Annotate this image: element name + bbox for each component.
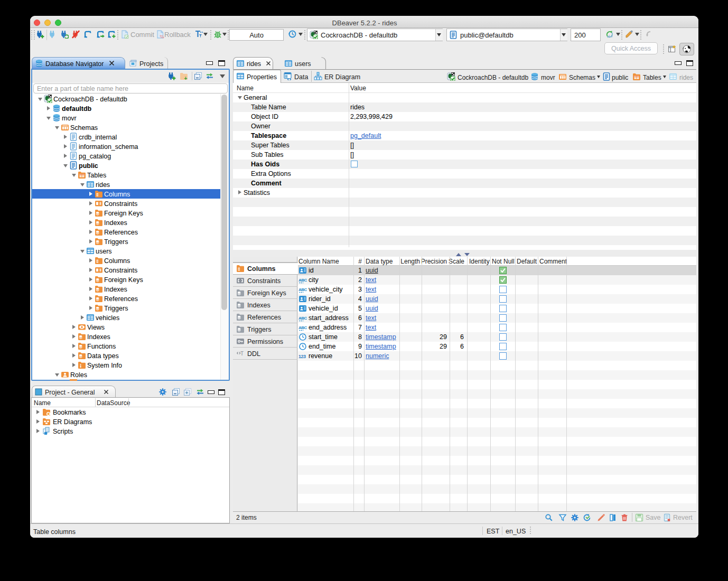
svg-text:ABC: ABC: [298, 278, 307, 283]
svg-text:123: 123: [298, 354, 306, 359]
svg-text:T: T: [240, 351, 244, 357]
svg-text:ABC: ABC: [298, 287, 307, 292]
svg-text:ABC: ABC: [298, 325, 307, 330]
svg-text:ABC: ABC: [298, 316, 307, 321]
svg-text:+: +: [184, 76, 188, 81]
svg-text:(..): (..): [609, 34, 612, 38]
